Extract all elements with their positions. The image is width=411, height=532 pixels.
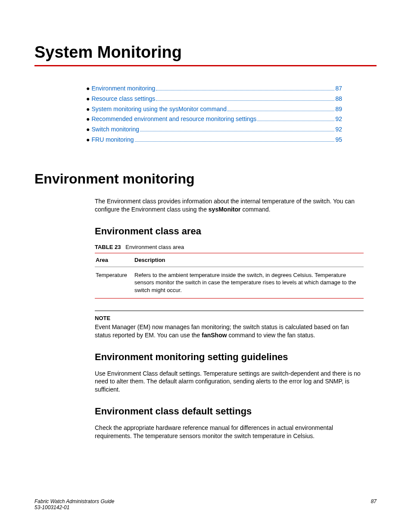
- toc-page: 89: [335, 104, 342, 115]
- toc-link-sysmonitor-command[interactable]: System monitoring using the sysMonitor c…: [91, 104, 227, 115]
- th-area: Area: [95, 253, 134, 267]
- toc-page: 92: [335, 114, 342, 124]
- toc-item: ● Switch monitoring 92: [86, 124, 342, 135]
- th-description: Description: [134, 253, 364, 267]
- toc-link-resource-class-settings[interactable]: Resource class settings: [91, 94, 155, 104]
- page-footer: Fabric Watch Administrators Guide 53-100…: [34, 498, 377, 510]
- bullet-icon: ●: [86, 84, 90, 94]
- content-block: The Environment class provides informati…: [95, 197, 364, 440]
- toc-page: 92: [335, 124, 342, 135]
- bullet-icon: ●: [86, 124, 90, 135]
- subheading-monitoring-guidelines: Environment monitoring setting guideline…: [95, 352, 364, 363]
- footer-book-title: Fabric Watch Administrators Guide: [34, 498, 114, 504]
- bullet-icon: ●: [86, 135, 90, 145]
- toc-leader: [135, 141, 335, 142]
- table-caption: TABLE 23 Environment class area: [95, 244, 364, 250]
- table-caption-label: TABLE 23: [95, 244, 121, 250]
- toc-page: 88: [335, 94, 342, 104]
- table-row: Temperature Refers to the ambient temper…: [95, 267, 364, 299]
- note-label: NOTE: [95, 314, 364, 322]
- table-header-row: Area Description: [95, 253, 364, 267]
- table-of-contents: ● Environment monitoring 87 ● Resource c…: [86, 84, 342, 145]
- bullet-icon: ●: [86, 94, 90, 104]
- title-rule: [34, 65, 377, 66]
- footer-page-number: 87: [371, 498, 377, 510]
- toc-item: ● FRU monitoring 95: [86, 135, 342, 145]
- toc-leader: [227, 111, 334, 111]
- environment-class-table: Area Description Temperature Refers to t…: [95, 253, 364, 299]
- toc-item: ● Resource class settings 88: [86, 94, 342, 104]
- defaults-paragraph: Check the appropriate hardware reference…: [95, 424, 364, 440]
- toc-page: 95: [335, 135, 342, 145]
- bullet-icon: ●: [86, 114, 90, 124]
- td-area: Temperature: [95, 267, 134, 299]
- note-block: NOTE Event Manager (EM) now manages fan …: [95, 311, 364, 339]
- toc-link-recommended-settings[interactable]: Recommended environment and resource mon…: [91, 114, 256, 124]
- toc-leader: [156, 90, 334, 90]
- note-command-name: fanShow: [202, 332, 227, 339]
- td-description: Refers to the ambient temperature inside…: [134, 267, 364, 299]
- intro-command-name: sysMonitor: [209, 206, 241, 213]
- footer-left: Fabric Watch Administrators Guide 53-100…: [34, 498, 114, 510]
- subheading-default-settings: Environment class default settings: [95, 406, 364, 417]
- section-heading-environment-monitoring: Environment monitoring: [34, 171, 377, 187]
- toc-item: ● Recommended environment and resource m…: [86, 114, 342, 124]
- toc-page: 87: [335, 84, 342, 94]
- guidelines-paragraph: Use Environment Class default settings. …: [95, 370, 364, 394]
- toc-leader: [257, 121, 334, 121]
- footer-doc-number: 53-1003142-01: [34, 504, 114, 510]
- toc-item: ● System monitoring using the sysMonitor…: [86, 104, 342, 115]
- toc-item: ● Environment monitoring 87: [86, 84, 342, 94]
- intro-text-post: command.: [241, 206, 271, 213]
- table-caption-text: Environment class area: [125, 244, 184, 250]
- page-title: System Monitoring: [34, 43, 377, 62]
- intro-paragraph: The Environment class provides informati…: [95, 197, 364, 214]
- toc-link-environment-monitoring[interactable]: Environment monitoring: [91, 84, 155, 94]
- bullet-icon: ●: [86, 104, 90, 115]
- note-text-post: command to view the fan status.: [227, 332, 315, 339]
- toc-leader: [156, 100, 334, 101]
- toc-link-switch-monitoring[interactable]: Switch monitoring: [91, 124, 139, 135]
- toc-leader: [140, 131, 334, 131]
- toc-link-fru-monitoring[interactable]: FRU monitoring: [91, 135, 134, 145]
- subheading-environment-class-area: Environment class area: [95, 226, 364, 237]
